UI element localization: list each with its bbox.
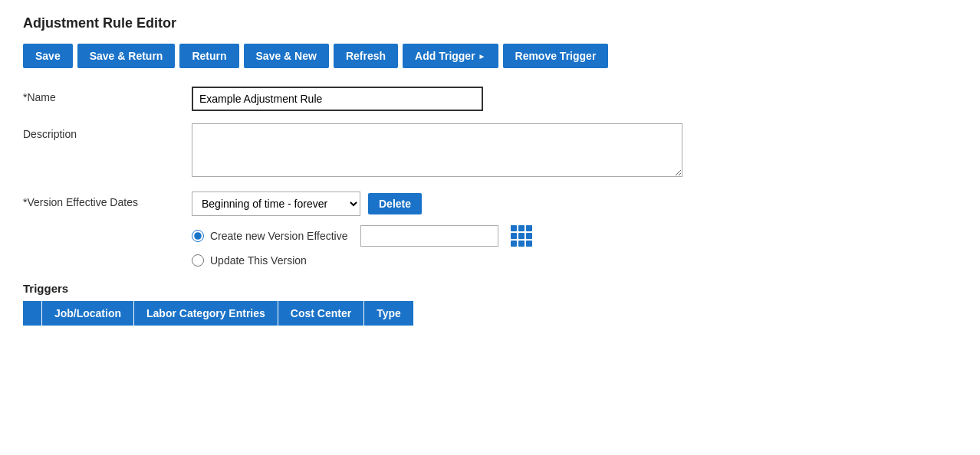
save-new-button[interactable]: Save & New — [244, 44, 329, 68]
update-version-row: Update This Version — [192, 254, 957, 267]
toolbar: Save Save & Return Return Save & New Ref… — [23, 44, 957, 68]
create-version-row: Create new Version Effective — [192, 225, 957, 247]
version-row: *Version Effective Dates Beginning of ti… — [23, 191, 957, 267]
add-trigger-button[interactable]: Add Trigger ► — [403, 44, 498, 68]
name-label: *Name — [23, 87, 192, 103]
page-title: Adjustment Rule Editor — [23, 15, 957, 31]
description-label: Description — [23, 123, 192, 140]
triggers-section: Triggers Job/Location Labor Category Ent… — [23, 282, 957, 326]
add-trigger-label: Add Trigger — [415, 50, 475, 62]
version-select[interactable]: Beginning of time - forever Custom Range — [192, 191, 360, 216]
version-control-wrapper: Beginning of time - forever Custom Range… — [192, 191, 957, 267]
delete-button[interactable]: Delete — [368, 193, 422, 214]
name-control-wrapper — [192, 87, 957, 111]
new-version-date-input[interactable] — [360, 225, 498, 247]
form-section: *Name Description *Version Effective Dat… — [23, 87, 957, 267]
description-row: Description — [23, 123, 957, 179]
version-select-row: Beginning of time - forever Custom Range… — [192, 191, 957, 216]
name-row: *Name — [23, 87, 957, 111]
description-textarea[interactable] — [192, 123, 682, 177]
triggers-title: Triggers — [23, 282, 957, 295]
create-version-radio[interactable] — [192, 230, 204, 242]
tab-cost-center[interactable]: Cost Center — [278, 301, 364, 326]
radio-group: Create new Version Effective Update This… — [192, 225, 957, 267]
version-label: *Version Effective Dates — [23, 191, 192, 208]
description-control-wrapper — [192, 123, 957, 179]
triggers-tabs: Job/Location Labor Category Entries Cost… — [23, 301, 957, 326]
tab-blank[interactable] — [23, 301, 42, 326]
refresh-button[interactable]: Refresh — [334, 44, 398, 68]
tab-type[interactable]: Type — [364, 301, 413, 326]
update-version-radio[interactable] — [192, 254, 204, 267]
tab-job-location[interactable]: Job/Location — [42, 301, 134, 326]
save-button[interactable]: Save — [23, 44, 73, 68]
create-version-label: Create new Version Effective — [210, 230, 348, 242]
remove-trigger-button[interactable]: Remove Trigger — [503, 44, 609, 68]
tab-labor-category[interactable]: Labor Category Entries — [134, 301, 278, 326]
save-return-button[interactable]: Save & Return — [77, 44, 176, 68]
chevron-right-icon: ► — [478, 52, 486, 61]
return-button[interactable]: Return — [179, 44, 238, 68]
name-input[interactable] — [192, 87, 483, 111]
grid-picker-icon[interactable] — [511, 225, 532, 247]
update-version-label: Update This Version — [210, 254, 307, 267]
